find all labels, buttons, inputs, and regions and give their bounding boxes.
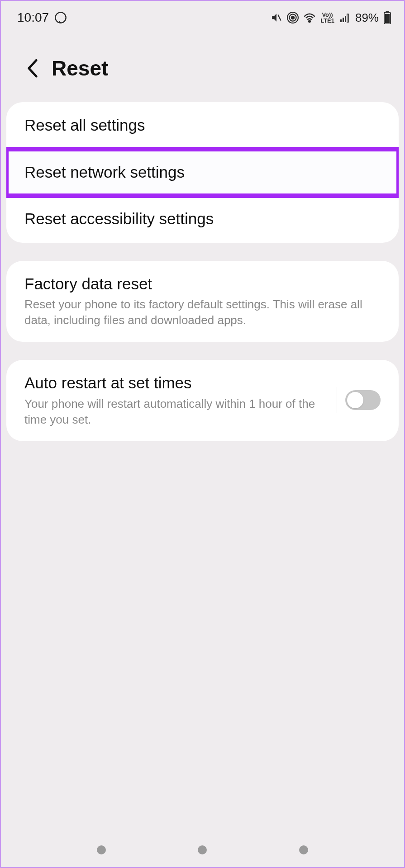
- list-item-label: Reset all settings: [24, 115, 381, 136]
- nav-home-button[interactable]: [198, 845, 207, 854]
- status-time: 10:07: [17, 10, 49, 25]
- hotspot-icon: [287, 12, 299, 24]
- factory-reset-card: Factory data reset Reset your phone to i…: [6, 261, 399, 342]
- page-header: Reset: [1, 28, 404, 102]
- svg-rect-7: [343, 18, 344, 22]
- nav-recents-button[interactable]: [97, 845, 106, 854]
- svg-point-2: [291, 16, 295, 19]
- signal-icon: [339, 12, 351, 23]
- whatsapp-icon: [54, 11, 67, 24]
- wifi-icon: [303, 12, 316, 24]
- list-item-subtitle: Your phone will restart automatically wi…: [24, 396, 329, 428]
- reset-options-card: Reset all settings Reset network setting…: [6, 102, 399, 243]
- back-button[interactable]: [26, 58, 39, 78]
- navigation-bar: [1, 845, 404, 854]
- mute-vibrate-icon: [271, 12, 282, 24]
- list-item-label: Reset network settings: [24, 162, 381, 183]
- volte-icon: Vo)) LTE1: [320, 12, 334, 24]
- svg-rect-9: [347, 14, 348, 22]
- reset-accessibility-settings-item[interactable]: Reset accessibility settings: [6, 196, 399, 243]
- divider: [337, 387, 337, 413]
- page-title: Reset: [52, 56, 108, 80]
- svg-rect-6: [340, 19, 342, 22]
- factory-data-reset-item[interactable]: Factory data reset Reset your phone to i…: [6, 261, 399, 342]
- battery-percent: 89%: [355, 11, 379, 25]
- svg-line-1: [278, 15, 281, 21]
- status-bar: 10:07: [1, 1, 404, 28]
- svg-rect-8: [345, 16, 346, 22]
- list-item-subtitle: Reset your phone to its factory default …: [24, 297, 381, 328]
- nav-back-button[interactable]: [299, 845, 308, 854]
- svg-point-5: [309, 20, 310, 22]
- list-item-label: Auto restart at set times: [24, 373, 329, 393]
- toggle-knob: [347, 392, 363, 408]
- list-item-label: Factory data reset: [24, 274, 381, 294]
- auto-restart-card: Auto restart at set times Your phone wil…: [6, 360, 399, 441]
- auto-restart-item[interactable]: Auto restart at set times Your phone wil…: [6, 360, 399, 441]
- auto-restart-toggle[interactable]: [345, 390, 381, 410]
- reset-all-settings-item[interactable]: Reset all settings: [6, 102, 399, 149]
- svg-rect-12: [385, 14, 390, 23]
- battery-icon: [383, 11, 391, 24]
- svg-point-0: [55, 12, 66, 23]
- reset-network-settings-item[interactable]: Reset network settings: [6, 149, 399, 196]
- list-item-label: Reset accessibility settings: [24, 208, 381, 229]
